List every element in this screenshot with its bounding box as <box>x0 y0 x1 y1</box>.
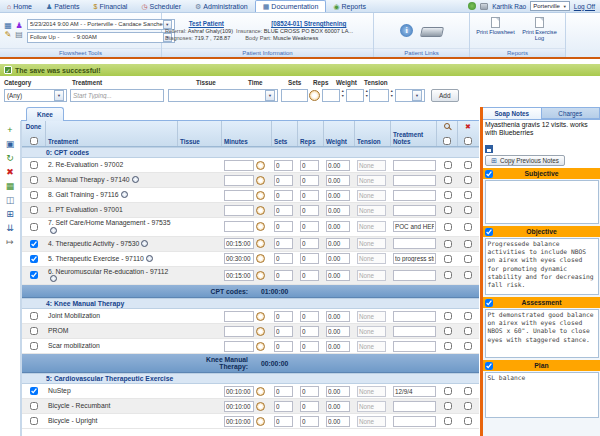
timer-icon[interactable] <box>256 312 265 321</box>
scanner-icon[interactable] <box>420 27 444 37</box>
assist-checkbox[interactable] <box>444 176 452 184</box>
timer-icon[interactable] <box>309 90 320 101</box>
weight-input[interactable] <box>326 386 350 397</box>
sets-input[interactable] <box>274 160 293 171</box>
minutes-input[interactable] <box>224 401 254 412</box>
assist-checkbox[interactable] <box>444 402 452 410</box>
delete-select-all-checkbox[interactable] <box>464 137 472 145</box>
sets-input[interactable] <box>274 238 293 249</box>
done-checkbox[interactable] <box>30 387 38 395</box>
treatment-notes-input[interactable] <box>393 160 436 171</box>
sets-input[interactable] <box>274 205 293 216</box>
weight-input[interactable] <box>326 341 350 352</box>
tab-knee[interactable]: Knee <box>26 107 64 121</box>
category-select[interactable]: (Any) <box>4 89 67 102</box>
treatment-notes-input[interactable] <box>393 238 436 249</box>
weight-input[interactable] <box>326 238 350 249</box>
tab-financial[interactable]: $Financial <box>87 0 135 12</box>
copy-previous-notes-button[interactable]: ⊞Copy Previous Notes <box>485 155 565 166</box>
minutes-input[interactable] <box>224 205 254 216</box>
remove-checkbox[interactable] <box>464 176 472 184</box>
visit-type-select[interactable]: Follow Up -- 9:00AM <box>27 32 175 43</box>
timer-icon[interactable] <box>256 402 265 411</box>
weight-input[interactable] <box>326 175 350 186</box>
tension-input[interactable] <box>357 416 386 427</box>
minutes-input[interactable] <box>224 238 254 249</box>
reps-input[interactable] <box>300 326 319 337</box>
remove-checkbox[interactable] <box>464 240 472 248</box>
done-checkbox[interactable] <box>30 223 38 231</box>
assist-checkbox[interactable] <box>444 387 452 395</box>
print-exercise-log-button[interactable]: Print Exercise Log <box>520 17 560 41</box>
sort-down-icon[interactable]: ⇊ <box>6 224 14 233</box>
minutes-input[interactable] <box>224 341 254 352</box>
timer-icon[interactable] <box>256 222 265 231</box>
reps-spinner[interactable]: ▲▼ <box>365 90 368 98</box>
printer-icon[interactable] <box>480 3 488 10</box>
remove-checkbox[interactable] <box>464 402 472 410</box>
minutes-input[interactable] <box>224 416 254 427</box>
tension-input[interactable] <box>357 175 386 186</box>
assist-checkbox[interactable] <box>444 206 452 214</box>
reps-input[interactable] <box>300 401 319 412</box>
tension-input[interactable] <box>357 311 386 322</box>
minutes-input[interactable] <box>224 253 254 264</box>
reps-input[interactable] <box>300 311 319 322</box>
objective-checkbox[interactable] <box>485 228 493 236</box>
treatment-notes-input[interactable] <box>393 205 436 216</box>
print-icon[interactable]: ▤ <box>14 31 24 39</box>
minutes-input[interactable] <box>224 311 254 322</box>
timer-icon[interactable] <box>256 271 265 280</box>
done-select-all-checkbox[interactable] <box>30 137 38 145</box>
tension-input[interactable] <box>357 270 386 281</box>
timer-icon[interactable] <box>256 239 265 248</box>
timer-icon[interactable] <box>256 206 265 215</box>
done-checkbox[interactable] <box>30 271 38 279</box>
weight-input[interactable] <box>326 221 350 232</box>
print-flowsheet-button[interactable]: Print Flowsheet <box>476 17 516 35</box>
minutes-input[interactable] <box>224 326 254 337</box>
sets-input[interactable] <box>274 253 293 264</box>
treatment-notes-input[interactable] <box>393 270 436 281</box>
reps-input[interactable] <box>300 221 319 232</box>
sets-input[interactable] <box>274 311 293 322</box>
edit-note-icon[interactable]: ✎ <box>3 31 13 39</box>
remove-checkbox[interactable] <box>464 327 472 335</box>
minutes-input[interactable] <box>224 221 254 232</box>
sets-input[interactable] <box>274 386 293 397</box>
treatment-notes-input[interactable] <box>393 341 436 352</box>
assist-checkbox[interactable] <box>444 327 452 335</box>
weight-spinner[interactable]: ▲▼ <box>390 90 393 98</box>
log-off-link[interactable]: Log Off <box>574 3 595 10</box>
tab-home[interactable]: ⌂Home <box>0 0 39 12</box>
appointment-select[interactable]: 5/23/2014 9:00 AM - - Porterville - Cand… <box>27 19 175 30</box>
minutes-input[interactable] <box>224 270 254 281</box>
sets-input[interactable] <box>274 341 293 352</box>
assist-checkbox[interactable] <box>444 240 452 248</box>
remove-checkbox[interactable] <box>464 191 472 199</box>
assist-checkbox[interactable] <box>444 223 452 231</box>
calendar-icon[interactable]: ▦ <box>3 22 13 30</box>
minutes-input[interactable] <box>224 386 254 397</box>
treatment-search-input[interactable] <box>70 89 164 102</box>
patient-icon[interactable]: ♟ <box>14 22 24 30</box>
time-input[interactable] <box>281 89 308 102</box>
reps-input[interactable] <box>300 205 319 216</box>
remove-checkbox[interactable] <box>464 417 472 425</box>
subjective-textarea[interactable] <box>485 180 599 224</box>
timer-icon[interactable] <box>256 327 265 336</box>
reps-input[interactable] <box>300 238 319 249</box>
treatment-notes-input[interactable] <box>393 311 436 322</box>
sets-input[interactable] <box>322 89 340 102</box>
treatment-notes-input[interactable] <box>393 175 436 186</box>
tension-input[interactable] <box>357 238 386 249</box>
reps-input[interactable] <box>300 160 319 171</box>
treatment-notes-input[interactable] <box>393 401 436 412</box>
assist-checkbox[interactable] <box>444 161 452 169</box>
add-row-icon[interactable]: + <box>7 126 12 135</box>
reps-input[interactable] <box>300 270 319 281</box>
assist-checkbox[interactable] <box>444 342 452 350</box>
done-checkbox[interactable] <box>30 240 38 248</box>
assist-checkbox[interactable] <box>444 312 452 320</box>
remove-checkbox[interactable] <box>464 312 472 320</box>
